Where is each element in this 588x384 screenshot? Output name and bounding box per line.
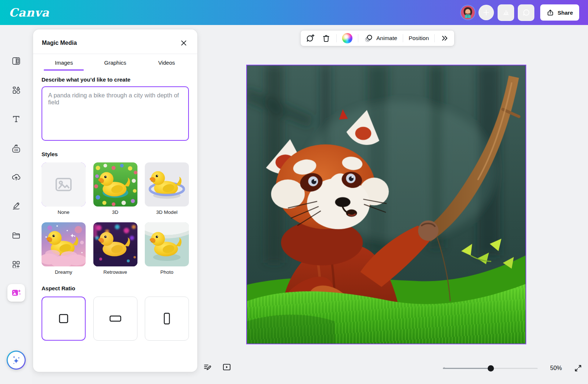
panel-header: Magic Media [33, 29, 197, 54]
style-thumb-3d-model [145, 162, 189, 207]
notes-icon [203, 362, 212, 372]
comments-icon [522, 8, 531, 17]
notes-button[interactable] [203, 362, 212, 372]
draw-icon [11, 201, 21, 211]
position-button[interactable]: Position [408, 33, 430, 43]
aspect-ratio-grid [42, 297, 189, 341]
add-member-button[interactable] [478, 5, 494, 20]
close-panel-button[interactable] [179, 38, 189, 48]
delete-button[interactable] [321, 32, 331, 44]
portrait-ratio-icon [160, 312, 173, 325]
style-label: None [42, 209, 86, 215]
sidebar-item-magic-media[interactable] [7, 284, 25, 302]
tab-videos[interactable]: Videos [141, 54, 192, 71]
color-wheel-icon [342, 33, 352, 43]
footer-left-controls [203, 362, 232, 372]
toolbar-separator [336, 34, 337, 42]
toolbar-separator [434, 34, 435, 42]
magic-media-icon [11, 288, 21, 298]
animate-icon [364, 33, 373, 43]
sparkles-icon [11, 355, 22, 366]
canvas-selected-image[interactable] [246, 65, 526, 344]
sidebar-item-design[interactable] [11, 56, 21, 66]
zoom-percent[interactable]: 50% [548, 365, 564, 372]
style-option-3d[interactable]: 3D [93, 162, 137, 215]
tab-images[interactable]: Images [38, 54, 90, 71]
more-options-button[interactable] [440, 32, 450, 44]
left-rail: co [0, 25, 32, 384]
panel-tabs: Images Graphics Videos [33, 54, 197, 71]
top-bar-actions: Share [461, 4, 579, 21]
aspect-option-landscape[interactable] [93, 297, 137, 341]
share-button[interactable]: Share [540, 4, 579, 21]
top-bar: Canva Share [0, 0, 588, 25]
fullscreen-icon [574, 364, 582, 373]
prompt-input[interactable] [42, 86, 189, 141]
style-option-3d-model[interactable]: 3D Model [145, 162, 189, 215]
prompt-label: Describe what you’d like to create [42, 76, 189, 83]
insights-button[interactable] [498, 4, 514, 21]
canva-logo[interactable]: Canva [9, 6, 49, 19]
style-label: Retrowave [93, 269, 137, 275]
style-label: 3D [93, 209, 137, 215]
zoom-slider[interactable] [443, 365, 538, 372]
double-chevron-icon [440, 34, 449, 43]
text-icon [11, 114, 21, 124]
design-icon [11, 56, 21, 66]
trash-icon [322, 34, 331, 43]
style-option-retrowave[interactable]: Retrowave [93, 222, 137, 275]
aspect-option-portrait[interactable] [145, 297, 189, 341]
style-label: Photo [145, 269, 189, 275]
rail-divider [13, 268, 19, 269]
close-icon [180, 39, 188, 47]
aspect-option-square[interactable] [42, 297, 86, 341]
style-label: Dreamy [42, 269, 86, 275]
style-label: 3D Model [145, 209, 189, 215]
animate-button[interactable]: Animate [363, 32, 398, 44]
panel-body: Describe what you’d like to create Style… [33, 71, 197, 372]
uploads-icon [11, 172, 21, 182]
upload-icon [546, 9, 554, 17]
sidebar-item-text[interactable] [11, 114, 21, 124]
present-icon [222, 362, 232, 372]
zoom-slider-knob[interactable] [488, 365, 494, 372]
projects-icon [11, 231, 21, 240]
style-thumb-3d [93, 162, 137, 207]
present-button[interactable] [222, 362, 232, 372]
sidebar-item-draw[interactable] [11, 201, 21, 211]
context-toolbar: Animate Position [301, 30, 454, 46]
assistant-inner [8, 352, 25, 369]
tab-graphics[interactable]: Graphics [90, 54, 141, 71]
sidebar-item-brand[interactable]: co [11, 144, 21, 154]
styles-grid: None 3D [42, 162, 189, 275]
fullscreen-button[interactable] [574, 364, 582, 373]
comment-plus-icon [306, 33, 315, 43]
add-comment-button[interactable] [305, 32, 316, 44]
style-option-photo[interactable]: Photo [145, 222, 189, 275]
footer-zoom-controls: 50% [443, 364, 582, 373]
style-thumb-dreamy [42, 222, 86, 266]
toolbar-separator [403, 34, 403, 42]
slider-track [491, 368, 538, 369]
style-thumb-photo [145, 222, 189, 266]
panel-title: Magic Media [42, 40, 77, 46]
sidebar-item-projects[interactable] [11, 231, 21, 240]
style-thumb-retrowave [93, 222, 137, 266]
svg-text:co: co [14, 148, 18, 152]
red-panda-artwork [247, 65, 526, 344]
document-colors-button[interactable] [341, 32, 353, 45]
magic-media-panel: Magic Media Images Graphics Videos Descr… [33, 29, 197, 372]
elements-icon [11, 85, 21, 95]
sidebar-item-elements[interactable] [11, 85, 21, 95]
styles-heading: Styles [42, 151, 189, 157]
avatar[interactable] [461, 6, 475, 19]
plus-icon [482, 8, 490, 17]
brand-icon: co [11, 144, 21, 154]
assistant-button[interactable] [7, 351, 26, 370]
sidebar-item-uploads[interactable] [11, 172, 21, 182]
insights-icon [502, 8, 510, 17]
style-option-none[interactable]: None [42, 162, 86, 215]
slider-track-filled [443, 368, 491, 369]
comments-button[interactable] [518, 4, 534, 21]
style-option-dreamy[interactable]: Dreamy [42, 222, 86, 275]
